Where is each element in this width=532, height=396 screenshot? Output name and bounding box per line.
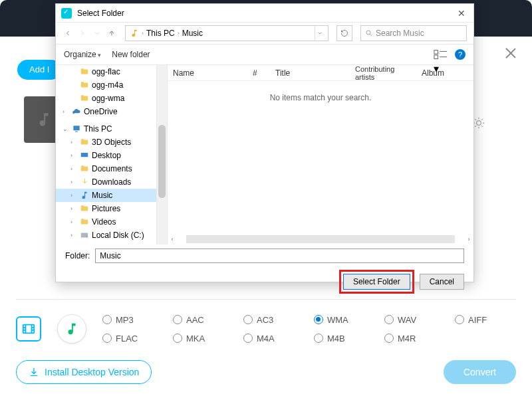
column-headers[interactable]: Name # Title Contributing artists Album bbox=[168, 65, 473, 81]
svg-point-8 bbox=[86, 236, 87, 237]
format-radio-flac[interactable]: FLAC bbox=[102, 329, 156, 347]
music-ic-icon bbox=[80, 191, 89, 200]
format-radio-m4b[interactable]: M4B bbox=[314, 329, 367, 347]
format-selector-row: MP3AACAC3WMAWAVAIFFFLACMKAM4AM4BM4R bbox=[16, 306, 516, 352]
folder-ic-icon bbox=[80, 177, 89, 187]
nav-recent-dropdown[interactable] bbox=[92, 28, 102, 39]
dialog-close-button[interactable]: ✕ bbox=[455, 8, 468, 19]
svg-point-1 bbox=[366, 31, 370, 35]
folder-label: Folder: bbox=[65, 251, 90, 260]
cloud-ic-icon bbox=[72, 107, 81, 116]
footer-row: Install Desktop Version Convert bbox=[16, 360, 516, 384]
search-input[interactable]: Search Music bbox=[360, 25, 467, 41]
svg-rect-2 bbox=[434, 50, 438, 54]
tree-item-videos[interactable]: ›Videos bbox=[56, 215, 156, 229]
dialog-titlebar: Select Folder ✕ bbox=[56, 4, 473, 23]
radio-icon bbox=[243, 334, 253, 343]
format-radio-aac[interactable]: AAC bbox=[173, 310, 226, 329]
panel-close-icon[interactable] bbox=[504, 47, 517, 60]
divider bbox=[16, 299, 516, 300]
folder-ic-icon bbox=[80, 94, 89, 103]
col-contrib[interactable]: Contributing artists bbox=[350, 65, 416, 81]
dialog-nav-row: › This PC › Music Search Music bbox=[56, 23, 473, 44]
folder-ic-icon bbox=[80, 204, 89, 213]
install-desktop-button[interactable]: Install Desktop Version bbox=[16, 360, 152, 384]
format-radio-mka[interactable]: MKA bbox=[173, 329, 226, 347]
col-num[interactable]: # bbox=[247, 68, 270, 78]
breadcrumb-root[interactable]: This PC bbox=[146, 29, 175, 38]
search-placeholder: Search Music bbox=[376, 29, 424, 38]
tree-item-ogg-m4a[interactable]: ogg-m4a bbox=[56, 78, 156, 92]
tree-item-onedrive[interactable]: ›OneDrive bbox=[56, 105, 156, 118]
install-label: Install Desktop Version bbox=[45, 367, 139, 377]
tree-item-3d-objects[interactable]: ›3D Objects bbox=[56, 136, 156, 149]
music-folder-icon bbox=[130, 29, 139, 38]
format-radio-m4r[interactable]: M4R bbox=[384, 329, 438, 347]
svg-rect-6 bbox=[81, 153, 88, 157]
breadcrumb-current[interactable]: Music bbox=[182, 29, 203, 38]
folder-ic-icon bbox=[80, 67, 89, 76]
app-logo-icon bbox=[61, 8, 72, 19]
refresh-button[interactable] bbox=[336, 25, 352, 41]
search-icon bbox=[365, 29, 373, 37]
tree-item-pictures[interactable]: ›Pictures bbox=[56, 202, 156, 215]
audio-mode-button[interactable] bbox=[57, 314, 86, 344]
file-list-pane: Name # Title Contributing artists Album … bbox=[168, 65, 473, 245]
col-title[interactable]: Title bbox=[270, 68, 350, 78]
format-radio-m4a[interactable]: M4A bbox=[243, 329, 297, 347]
cancel-button[interactable]: Cancel bbox=[420, 274, 464, 290]
disk-ic-icon bbox=[80, 231, 89, 240]
horizontal-scrollbar[interactable]: ‹› bbox=[168, 234, 473, 245]
radio-icon bbox=[102, 315, 112, 324]
radio-icon bbox=[314, 334, 323, 343]
folder-name-row: Folder: bbox=[56, 245, 473, 264]
chevron-right-icon: › bbox=[178, 30, 180, 37]
format-radio-wma[interactable]: WMA bbox=[314, 310, 367, 329]
tree-item-ogg-flac[interactable]: ogg-flac bbox=[56, 65, 156, 78]
svg-rect-4 bbox=[73, 126, 79, 130]
tree-scrollbar[interactable] bbox=[157, 65, 168, 245]
help-icon[interactable]: ? bbox=[455, 49, 466, 60]
new-folder-button[interactable]: New folder bbox=[112, 50, 150, 59]
format-radio-mp3[interactable]: MP3 bbox=[102, 310, 156, 329]
format-radio-ac3[interactable]: AC3 bbox=[243, 310, 297, 329]
tree-item-ogg-wma[interactable]: ogg-wma bbox=[56, 92, 156, 105]
select-folder-dialog: Select Folder ✕ › This PC › Music Search… bbox=[55, 3, 474, 282]
select-folder-button[interactable]: Select Folder bbox=[343, 274, 410, 290]
radio-icon bbox=[384, 315, 394, 324]
tree-item-desktop[interactable]: ›Desktop bbox=[56, 149, 156, 162]
folder-name-input[interactable] bbox=[95, 248, 464, 263]
svg-rect-7 bbox=[81, 233, 88, 238]
tree-item-local-disk-c-[interactable]: ›Local Disk (C:) bbox=[56, 229, 156, 242]
nav-back-button[interactable] bbox=[63, 28, 73, 39]
settings-gear-icon[interactable] bbox=[472, 116, 485, 130]
organize-menu[interactable]: Organize bbox=[64, 50, 101, 59]
radio-icon bbox=[102, 334, 112, 343]
svg-rect-3 bbox=[434, 55, 438, 59]
tree-item-this-pc[interactable]: ⌄This PC bbox=[56, 122, 156, 136]
video-mode-button[interactable] bbox=[16, 316, 41, 342]
col-album[interactable]: Album bbox=[416, 68, 456, 78]
breadcrumb-bar[interactable]: › This PC › Music bbox=[125, 25, 329, 41]
highlight-box: Select Folder bbox=[339, 270, 414, 294]
tree-item-downloads[interactable]: ›Downloads bbox=[56, 175, 156, 189]
nav-up-button[interactable] bbox=[106, 28, 117, 39]
breadcrumb-dropdown[interactable] bbox=[315, 26, 324, 41]
tree-item-documents[interactable]: ›Documents bbox=[56, 162, 156, 175]
chevron-right-icon: › bbox=[142, 30, 144, 37]
convert-button[interactable]: Convert bbox=[444, 360, 516, 384]
radio-icon bbox=[243, 315, 253, 324]
radio-icon bbox=[314, 315, 323, 324]
svg-point-0 bbox=[477, 121, 481, 126]
format-radio-aiff[interactable]: AIFF bbox=[455, 310, 508, 329]
format-radio-wav[interactable]: WAV bbox=[384, 310, 438, 329]
folder-tree[interactable]: ogg-flacogg-m4aogg-wma›OneDrive⌄This PC›… bbox=[56, 65, 157, 245]
svg-rect-5 bbox=[75, 132, 78, 132]
download-icon bbox=[29, 367, 39, 377]
view-options-button[interactable]: ▾ bbox=[434, 49, 448, 60]
nav-forward-button[interactable] bbox=[77, 28, 88, 39]
svg-rect-11 bbox=[23, 325, 35, 334]
radio-icon bbox=[173, 334, 182, 343]
tree-item-music[interactable]: ›Music bbox=[56, 189, 156, 202]
col-name[interactable]: Name bbox=[168, 68, 247, 78]
